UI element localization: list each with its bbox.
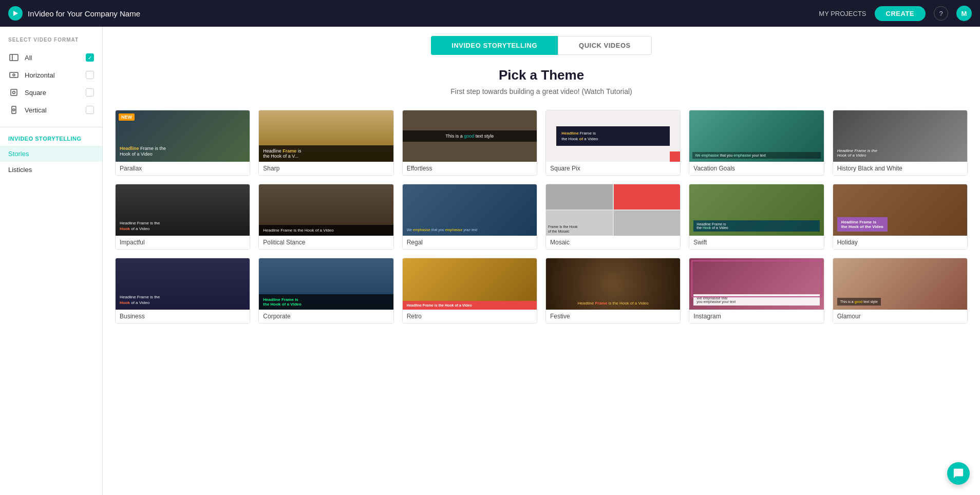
theme-label-parallax: Parallax	[116, 162, 250, 175]
theme-label-effortless: Effortless	[403, 162, 537, 175]
help-button[interactable]: ?	[934, 6, 948, 21]
theme-title: Pick a Theme	[103, 67, 980, 83]
app-header: InVideo for Your Company Name MY PROJECT…	[0, 0, 980, 27]
theme-label-regal: Regal	[403, 236, 537, 249]
theme-card-retro[interactable]: Headline Frame is the Hook of a Video Re…	[402, 258, 537, 323]
format-label-square: Square	[25, 89, 81, 97]
format-check-vertical	[86, 106, 94, 114]
theme-label-impactful: Impactful	[116, 236, 250, 249]
subtitle-text: First step towards building a great vide…	[450, 87, 579, 96]
theme-card-swift[interactable]: Headline Frame isthe Hook of a Video Swi…	[689, 184, 824, 250]
vertical-icon	[8, 105, 20, 115]
thumb-impactful: Headline Frame is theHook of a Video	[116, 184, 250, 236]
thumb-mosaic: Frame Is the Hookof the Mosaic	[546, 184, 680, 236]
format-item-square[interactable]: Square	[0, 84, 102, 101]
square-icon	[8, 88, 20, 97]
theme-label-business: Business	[116, 310, 250, 323]
sidebar-divider	[0, 127, 102, 127]
sidebar-storytelling-title: INVIDEO STORYTELLING	[0, 136, 102, 146]
theme-label-swift: Swift	[689, 236, 823, 249]
main-layout: SELECT VIDEO FORMAT All Horizontal	[0, 27, 980, 495]
svg-rect-7	[12, 106, 16, 113]
theme-label-history: History Black and White	[833, 162, 967, 175]
thumb-vacation: We emphasise that you emphasise your tex…	[689, 110, 823, 162]
theme-label-instagram: Instagram	[689, 310, 823, 323]
thumb-parallax: NEW Headline Frame is theHook of a Video	[116, 110, 250, 162]
sidebar-format-title: SELECT VIDEO FORMAT	[0, 37, 102, 49]
theme-card-history[interactable]: Headline Frame is theHook of a Video His…	[833, 110, 968, 176]
sidebar-item-stories[interactable]: Stories	[0, 146, 102, 162]
thumb-history: Headline Frame is theHook of a Video	[833, 110, 967, 162]
sidebar: SELECT VIDEO FORMAT All Horizontal	[0, 27, 103, 495]
theme-card-corporate[interactable]: Headline Frame isthe Hook of a Video Cor…	[258, 258, 393, 323]
theme-header: Pick a Theme First step towards building…	[103, 55, 980, 100]
theme-card-instagram[interactable]: We emphasise thatyou emphasise your text…	[689, 258, 824, 323]
thumb-glamour: This is a good text style	[833, 258, 967, 310]
format-item-all[interactable]: All	[0, 49, 102, 66]
header-logo: InVideo for Your Company Name	[8, 6, 819, 21]
theme-label-holiday: Holiday	[833, 236, 967, 249]
theme-label-mosaic: Mosaic	[546, 236, 680, 249]
thumb-regal: We emphasise that you emphasise your tex…	[403, 184, 537, 236]
theme-label-festive: Festive	[546, 310, 680, 323]
thumb-sharp: Headline Frame isthe Hook of a V...	[259, 110, 393, 162]
theme-card-vacation[interactable]: We emphasise that you emphasise your tex…	[689, 110, 824, 176]
theme-card-impactful[interactable]: Headline Frame is theHook of a Video Imp…	[115, 184, 250, 250]
thumb-festive: Headline Frame is the Hook of a Video	[546, 258, 680, 310]
header-actions: MY PROJECTS CREATE ? M	[819, 6, 972, 21]
theme-label-retro: Retro	[403, 310, 537, 323]
format-label-vertical: Vertical	[25, 106, 81, 114]
theme-label-glamour: Glamour	[833, 310, 967, 323]
theme-label-vacation: Vacation Goals	[689, 162, 823, 175]
theme-card-effortless[interactable]: This is a good text style Effortless	[402, 110, 537, 176]
theme-label-sharp: Sharp	[259, 162, 393, 175]
all-icon	[8, 53, 20, 62]
theme-subtitle: First step towards building a great vide…	[103, 87, 980, 96]
format-label-all: All	[25, 54, 81, 62]
my-projects-link[interactable]: MY PROJECTS	[819, 10, 866, 17]
format-check-horizontal	[86, 71, 94, 79]
theme-card-political[interactable]: Headline Frame is the Hook of a Video Po…	[258, 184, 393, 250]
theme-card-squarepix[interactable]: Headline Frame isthe Hook of a Video Squ…	[545, 110, 681, 176]
thumb-effortless: This is a good text style	[403, 110, 537, 162]
format-label-horizontal: Horizontal	[25, 71, 81, 79]
theme-card-business[interactable]: Headline Frame is theHook of a Video Bus…	[115, 258, 250, 323]
thumb-swift: Headline Frame isthe Hook of a Video	[689, 184, 823, 236]
new-badge: NEW	[119, 113, 135, 121]
svg-point-4	[13, 74, 15, 76]
horizontal-icon	[8, 70, 20, 80]
app-name: InVideo for Your Company Name	[28, 9, 140, 18]
sidebar-item-listicles[interactable]: Listicles	[0, 162, 102, 178]
tutorial-link[interactable]: (Watch Tutorial)	[581, 87, 632, 96]
theme-grid: NEW Headline Frame is theHook of a Video…	[103, 100, 980, 334]
thumb-holiday: Headline Frame isthe Hook of the Video	[833, 184, 967, 236]
create-button[interactable]: CREATE	[875, 6, 926, 21]
content-area: INVIDEO STORYTELLING QUICK VIDEOS Pick a…	[103, 27, 980, 495]
thumb-corporate: Headline Frame isthe Hook of a Video	[259, 258, 393, 310]
tab-quick-videos[interactable]: QUICK VIDEOS	[558, 36, 652, 55]
theme-card-glamour[interactable]: This is a good text style Glamour	[833, 258, 968, 323]
thumb-squarepix: Headline Frame isthe Hook of a Video	[546, 110, 680, 162]
svg-point-6	[13, 91, 15, 94]
tabs-bar: INVIDEO STORYTELLING QUICK VIDEOS	[103, 27, 980, 55]
svg-rect-5	[11, 89, 17, 96]
theme-label-political: Political Stance	[259, 236, 393, 249]
theme-card-festive[interactable]: Headline Frame is the Hook of a Video Fe…	[545, 258, 681, 323]
svg-marker-0	[13, 11, 18, 16]
chat-bubble[interactable]	[947, 462, 970, 485]
theme-card-holiday[interactable]: Headline Frame isthe Hook of the Video H…	[833, 184, 968, 250]
format-item-vertical[interactable]: Vertical	[0, 101, 102, 119]
theme-card-regal[interactable]: We emphasise that you emphasise your tex…	[402, 184, 537, 250]
format-check-all	[86, 53, 94, 62]
theme-card-parallax[interactable]: NEW Headline Frame is theHook of a Video…	[115, 110, 250, 176]
theme-card-mosaic[interactable]: Frame Is the Hookof the Mosaic Mosaic	[545, 184, 681, 250]
format-item-horizontal[interactable]: Horizontal	[0, 66, 102, 84]
user-avatar[interactable]: M	[956, 6, 972, 21]
svg-rect-1	[10, 54, 18, 61]
theme-card-sharp[interactable]: Headline Frame isthe Hook of a V... Shar…	[258, 110, 393, 176]
thumb-business: Headline Frame is theHook of a Video	[116, 258, 250, 310]
theme-label-corporate: Corporate	[259, 310, 393, 323]
app-logo-icon	[8, 6, 23, 21]
thumb-instagram: We emphasise thatyou emphasise your text	[689, 258, 823, 310]
tab-invideo-storytelling[interactable]: INVIDEO STORYTELLING	[431, 36, 558, 55]
